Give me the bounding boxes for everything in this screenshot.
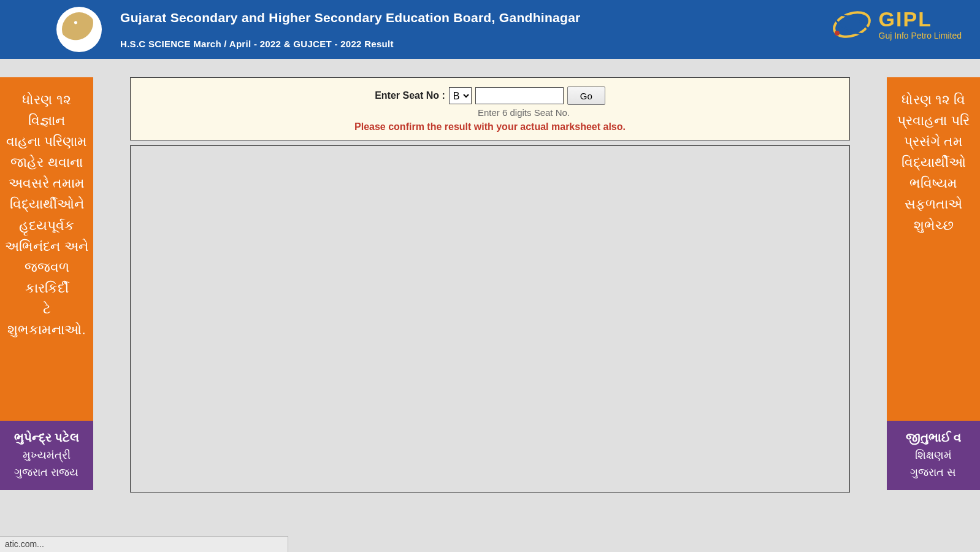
header-subtitle: H.S.C SCIENCE March / April - 2022 & GUJ… [120,39,581,49]
right-banner: ધોરણ ૧૨ વિ પ્રવાહના પરિ પ્રસંગે તમ વિદ્ય… [887,77,980,490]
go-button[interactable]: Go [567,86,605,105]
right-signature-role: શિક્ષણમં ગુજરાત સ [890,447,976,481]
right-signature-name: જીતુભાઈ વ [890,428,976,447]
left-banner-signature: ભુપેન્દ્ર પટેલ મુખ્યમંત્રી ગુજરાત રાજ્ય [0,421,93,490]
board-logo-icon [62,12,96,47]
browser-status-bar: atic.com... [0,536,288,552]
seat-prefix-select[interactable]: B [449,87,472,104]
header: Gujarat Secondary and Higher Secondary E… [0,0,980,59]
right-banner-message: ધોરણ ૧૨ વિ પ્રવાહના પરિ પ્રસંગે તમ વિદ્ય… [887,77,980,421]
header-text: Gujarat Secondary and Higher Secondary E… [120,10,581,49]
main-content: Enter Seat No : B Go Enter 6 digits Seat… [0,59,980,493]
svg-point-0 [830,8,873,41]
svg-point-2 [835,31,840,36]
gipl-brand: GIPL Guj Info Petro Limited [830,6,962,43]
gipl-acronym: GIPL [879,9,962,29]
seat-form: Enter Seat No : B Go Enter 6 digits Seat… [130,77,850,140]
seat-number-input[interactable] [475,87,564,104]
gipl-fullname: Guj Info Petro Limited [879,31,962,40]
left-signature-role: મુખ્યમંત્રી ગુજરાત રાજ્ય [4,447,90,481]
right-banner-signature: જીતુભાઈ વ શિક્ષણમં ગુજરાત સ [887,421,980,490]
seat-label: Enter Seat No : [375,90,445,101]
left-signature-name: ભુપેન્દ્ર પટેલ [4,428,90,447]
board-logo [56,7,102,52]
gipl-swirl-icon [830,6,874,43]
left-banner: ધોરણ ૧૨ વિજ્ઞાન વાહના પરિણામ જાહેર થવાના… [0,77,93,490]
left-banner-message: ધોરણ ૧૨ વિજ્ઞાન વાહના પરિણામ જાહેર થવાના… [0,77,93,421]
result-display [130,145,850,493]
result-warning: Please confirm the result with your actu… [137,121,843,132]
header-title: Gujarat Secondary and Higher Secondary E… [120,10,581,25]
seat-hint: Enter 6 digits Seat No. [204,107,843,118]
